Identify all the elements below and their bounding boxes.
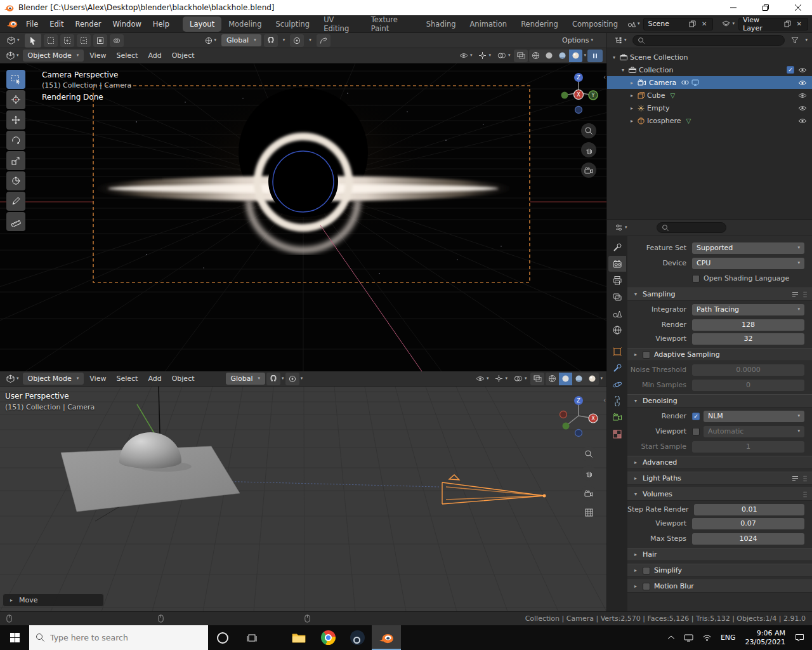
tool-move[interactable] [6,110,25,129]
vp2-overlays-selector[interactable]: ▾ [511,373,530,385]
snap-magnet-icon[interactable] [264,34,278,47]
denoise-viewport-checkbox[interactable] [692,428,700,435]
disclosure-icon[interactable]: ▸ [629,80,635,86]
outliner-row-icosphere[interactable]: ▸ Icosphere ▽ [607,114,812,127]
vp2-orientation-select[interactable]: Global▾ [226,373,266,385]
tab-uv-editing[interactable]: UV Editing [317,12,364,36]
outliner-editor-type-selector[interactable]: ▾ [612,34,629,47]
view-layer-browse-button[interactable]: ▾ [719,18,737,30]
shading-rendered-icon[interactable] [569,50,582,62]
collection-checkbox[interactable]: ✓ [787,66,794,74]
vp2-mode-select[interactable]: Object Mode▾ [23,373,84,385]
device-select[interactable]: CPU▾ [692,258,804,269]
feature-set-select[interactable]: Supported▾ [692,242,804,254]
visibility-eye-icon[interactable] [798,93,807,98]
remove-view-layer-icon[interactable]: ✕ [795,20,804,27]
vp1-menu-select[interactable]: Select [112,51,142,60]
properties-search-input[interactable] [657,222,726,233]
viewport-user-canvas[interactable]: User Perspective (151) Collection | Came… [0,387,606,611]
volumes-panel-header[interactable]: ▾ Volumes [627,488,812,501]
tab-modifiers[interactable] [608,360,626,376]
simplify-checkbox[interactable] [643,567,650,574]
vp1-gizmos-selector[interactable]: ▾ [476,50,494,62]
camera-view-icon[interactable] [581,162,596,178]
transform-orientation-select[interactable]: Global▾ [221,34,261,46]
disclosure-icon[interactable]: ▸ [629,93,635,98]
disclosure-icon[interactable]: ▸ [629,105,635,111]
tab-sculpting[interactable]: Sculpting [268,17,317,32]
proportional-editing-icon[interactable] [290,34,304,47]
scene-name-field[interactable]: Scene✕ [643,18,713,30]
new-scene-icon[interactable] [689,20,696,27]
tool-rotate[interactable] [6,131,25,150]
osl-checkbox[interactable] [692,275,700,282]
disclosure-icon[interactable]: ▾ [620,67,626,73]
snap-settings-selector[interactable]: ▾ [280,34,288,47]
panel-expand-icon[interactable]: ▾ [632,291,639,297]
vp2-shading-dropdown[interactable]: ▾ [600,376,603,381]
cortana-button[interactable] [208,625,237,650]
taskbar-search[interactable] [29,625,208,650]
presets-icon[interactable] [792,291,799,297]
tool-measure[interactable] [6,212,25,231]
noise-threshold-field[interactable]: 0.0000 [692,364,804,376]
tab-view-layer[interactable] [608,289,626,305]
vp2-menu-select[interactable]: Select [112,375,142,383]
adaptive-sampling-panel-header[interactable]: ▸ Adaptive Sampling [627,348,812,361]
panel-expand-icon[interactable]: ▾ [632,491,639,497]
presets-icon[interactable] [792,475,799,481]
start-button[interactable] [0,625,29,650]
visibility-eye-icon[interactable] [798,80,807,86]
step-rate-render-field[interactable]: 0.01 [694,504,804,515]
transform-pivot-selector[interactable]: ▾ [202,34,219,47]
zoom-icon[interactable] [581,446,596,461]
view-layer-name-field[interactable]: View Layer✕ [738,18,808,30]
pan-hand-icon[interactable] [581,142,596,157]
select-invert-option-icon[interactable] [93,34,107,47]
outliner-search-input[interactable] [632,35,785,46]
tab-object[interactable] [608,343,626,359]
shading-solid-icon[interactable] [542,50,556,62]
samples-viewport-field[interactable]: 32 [692,333,804,345]
taskbar-search-input[interactable] [50,633,190,642]
region-collapse-icon[interactable]: ‹ [603,74,606,81]
hair-panel-header[interactable]: ▸ Hair [627,548,812,561]
select-intersect-option-icon[interactable] [110,34,124,47]
task-view-button[interactable] [237,625,266,650]
denoise-render-checkbox[interactable]: ✓ [692,413,700,420]
advanced-panel-header[interactable]: ▸ Advanced [627,456,812,469]
tray-chevron-icon[interactable] [663,625,679,650]
menu-file[interactable]: File [20,15,44,32]
vp1-editor-type-selector[interactable]: ▾ [4,50,22,62]
panel-expand-icon[interactable]: ▾ [632,398,639,404]
tab-output[interactable] [608,272,626,288]
select-subtract-option-icon[interactable] [77,34,91,47]
min-samples-field[interactable]: 0 [692,380,804,391]
navigation-gizmo[interactable]: Z X [556,393,601,439]
camera-view-icon[interactable] [581,486,596,501]
vp2-proportional-dropdown[interactable]: ▾ [301,376,303,381]
tab-constraints[interactable] [608,393,626,409]
tab-physics[interactable] [608,376,626,392]
disclosure-icon[interactable]: ▾ [611,55,617,60]
shading-rendered-icon[interactable] [586,373,599,385]
outliner-row-cube[interactable]: ▸ Cube ▽ [607,89,812,102]
tray-network-icon[interactable] [698,625,716,650]
panel-expand-icon[interactable]: ▸ [632,352,639,357]
zoom-icon[interactable] [581,123,596,138]
vp1-menu-object[interactable]: Object [167,51,199,60]
simplify-panel-header[interactable]: ▸ Simplify [627,564,812,577]
shading-solid-icon[interactable] [559,373,572,385]
adaptive-sampling-checkbox[interactable] [643,351,650,359]
tab-tool[interactable] [608,239,626,255]
disclosure-icon[interactable]: ▸ [629,118,635,124]
menu-render[interactable]: Render [70,15,107,32]
panel-expand-icon[interactable]: ▸ [632,583,639,589]
vp2-editor-type-selector[interactable]: ▾ [4,373,22,385]
tool-cursor[interactable] [6,90,25,109]
panel-expand-icon[interactable]: ▸ [632,567,639,573]
panel-grip-icon[interactable] [803,291,807,298]
vp1-xray-toggle[interactable] [514,50,528,62]
steam-button[interactable] [343,625,372,650]
viewport-camera-canvas[interactable]: Camera Perspective (151) Collection | Ca… [0,63,606,371]
